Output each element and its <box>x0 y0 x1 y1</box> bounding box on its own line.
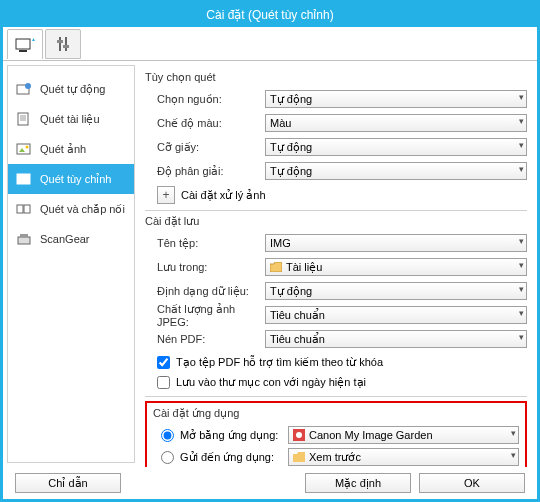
save-in-select[interactable]: Tài liệu▾ <box>265 258 527 276</box>
send-to-app-label: Gửi đến ứng dụng: <box>180 451 288 464</box>
document-scan-icon <box>16 111 32 127</box>
data-format-select[interactable]: Tự động▾ <box>265 282 527 300</box>
sidebar-item-label: Quét tự động <box>40 83 105 96</box>
svg-rect-12 <box>17 144 30 154</box>
bottom-button-bar: Chỉ dẫn Mặc định OK <box>3 473 537 493</box>
app-settings-group-label: Cài đặt ứng dụng <box>153 407 519 420</box>
ok-button[interactable]: OK <box>419 473 525 493</box>
filename-input[interactable]: IMG▾ <box>265 234 527 252</box>
jpeg-quality-select[interactable]: Tiêu chuẩn▾ <box>265 306 527 324</box>
application-settings-group: Cài đặt ứng dụng Mở bằng ứng dụng: Canon… <box>145 401 527 467</box>
source-label: Chọn nguồn: <box>145 93 265 106</box>
open-with-select[interactable]: Canon My Image Garden▾ <box>288 426 519 444</box>
svg-rect-3 <box>65 37 67 51</box>
pdf-compression-label: Nén PDF: <box>145 333 265 345</box>
sidebar-item-photo[interactable]: Quét ảnh <box>8 134 134 164</box>
paper-size-label: Cỡ giấy: <box>145 141 265 154</box>
open-with-label: Mở bằng ứng dụng: <box>180 429 288 442</box>
subfolder-date-label: Lưu vào thư mục con với ngày hiện tại <box>176 376 366 389</box>
sidebar-item-custom[interactable]: Quét tùy chỉnh <box>8 164 134 194</box>
send-to-app-select[interactable]: Xem trước▾ <box>288 448 519 466</box>
scangear-icon <box>16 231 32 247</box>
sidebar-item-auto[interactable]: Quét tự động <box>8 74 134 104</box>
help-button[interactable]: Chỉ dẫn <box>15 473 121 493</box>
sidebar-item-label: Quét và chắp nối <box>40 203 125 216</box>
subfolder-date-checkbox[interactable] <box>157 376 170 389</box>
svg-rect-17 <box>24 205 30 213</box>
resolution-label: Độ phân giải: <box>145 165 265 178</box>
save-settings-group-label: Cài đặt lưu <box>145 215 527 228</box>
svg-point-7 <box>25 83 31 89</box>
svg-rect-19 <box>20 234 28 237</box>
color-mode-select[interactable]: Màu▾ <box>265 114 527 132</box>
pdf-compression-select[interactable]: Tiêu chuẩn▾ <box>265 330 527 348</box>
open-with-radio[interactable] <box>161 429 174 442</box>
sidebar-item-document[interactable]: Quét tài liệu <box>8 104 134 134</box>
custom-scan-icon <box>16 171 32 187</box>
svg-point-14 <box>26 146 29 149</box>
top-toolbar <box>3 27 537 61</box>
source-select[interactable]: Tự động▾ <box>265 90 527 108</box>
image-processing-expand[interactable]: + <box>157 186 175 204</box>
photo-scan-icon <box>16 141 32 157</box>
paper-size-select[interactable]: Tự động▾ <box>265 138 527 156</box>
color-mode-label: Chế độ màu: <box>145 117 265 130</box>
svg-rect-18 <box>18 237 30 244</box>
stitch-scan-icon <box>16 201 32 217</box>
svg-rect-0 <box>16 39 30 49</box>
svg-rect-8 <box>18 113 28 125</box>
svg-rect-5 <box>63 45 69 48</box>
sidebar-item-label: Quét ảnh <box>40 143 86 156</box>
jpeg-quality-label: Chất lượng ảnh JPEG: <box>145 303 265 328</box>
auto-scan-icon <box>16 81 32 97</box>
tab-settings-general[interactable] <box>45 29 81 59</box>
svg-rect-1 <box>19 50 27 52</box>
tab-scan-from-pc[interactable] <box>7 29 43 59</box>
data-format-label: Định dạng dữ liệu: <box>145 285 265 298</box>
svg-rect-16 <box>17 205 23 213</box>
pdf-keyword-checkbox[interactable] <box>157 356 170 369</box>
svg-rect-2 <box>59 37 61 51</box>
svg-point-21 <box>296 432 302 438</box>
folder-icon <box>270 261 282 273</box>
sidebar-item-label: Quét tùy chỉnh <box>40 173 112 186</box>
send-to-app-radio[interactable] <box>161 451 174 464</box>
settings-window: Cài đặt (Quét tùy chỉnh) Quét tự động Qu… <box>0 0 540 502</box>
pdf-keyword-label: Tạo tệp PDF hỗ trợ tìm kiếm theo từ khóa <box>176 356 383 369</box>
preview-icon <box>293 451 305 463</box>
svg-rect-4 <box>57 40 63 43</box>
sidebar-item-stitch[interactable]: Quét và chắp nối <box>8 194 134 224</box>
image-processing-label: Cài đặt xử lý ảnh <box>181 189 266 202</box>
sidebar: Quét tự động Quét tài liệu Quét ảnh Quét… <box>7 65 135 463</box>
main-panel: Tùy chọn quét Chọn nguồn: Tự động▾ Chế đ… <box>135 61 537 467</box>
scan-options-group-label: Tùy chọn quét <box>145 71 527 84</box>
window-title: Cài đặt (Quét tùy chỉnh) <box>3 3 537 27</box>
sidebar-item-label: Quét tài liệu <box>40 113 100 126</box>
app-icon <box>293 429 305 441</box>
sidebar-item-scangear[interactable]: ScanGear <box>8 224 134 254</box>
filename-label: Tên tệp: <box>145 237 265 250</box>
defaults-button[interactable]: Mặc định <box>305 473 411 493</box>
sidebar-item-label: ScanGear <box>40 233 90 245</box>
save-in-label: Lưu trong: <box>145 261 265 274</box>
resolution-select[interactable]: Tự động▾ <box>265 162 527 180</box>
